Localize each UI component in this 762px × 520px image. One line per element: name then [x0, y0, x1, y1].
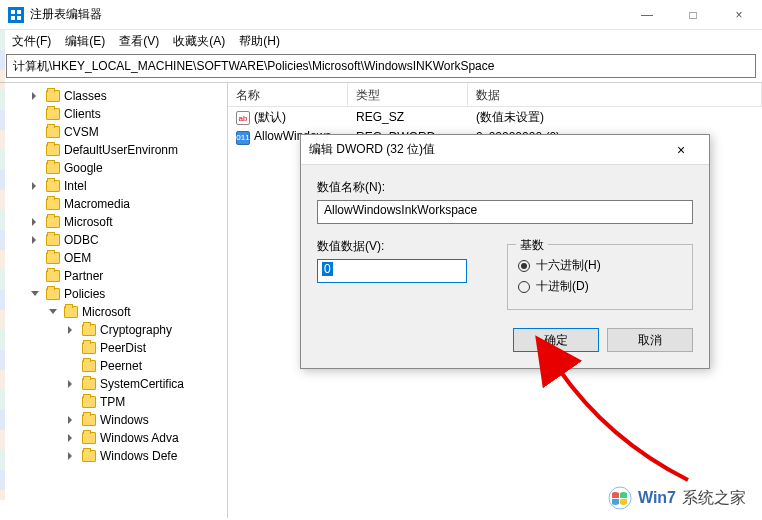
tree-item-policies[interactable]: Policies [46, 285, 227, 303]
folder-icon [46, 162, 60, 174]
folder-icon [82, 396, 96, 408]
value-data-label: 数值数据(V): [317, 238, 477, 255]
col-type[interactable]: 类型 [348, 83, 468, 106]
tree-item[interactable]: Windows Defe [82, 447, 227, 465]
tree-item[interactable]: OEM [46, 249, 227, 267]
tree-item[interactable]: Windows Adva [82, 429, 227, 447]
folder-icon [46, 216, 60, 228]
dialog-close-button[interactable]: × [661, 142, 701, 158]
tree-item[interactable]: Clients [46, 105, 227, 123]
tree-item[interactable]: Macromedia [46, 195, 227, 213]
value-name-input[interactable]: AllowWindowsInkWorkspace [317, 200, 693, 224]
folder-icon [46, 252, 60, 264]
address-text: 计算机\HKEY_LOCAL_MACHINE\SOFTWARE\Policies… [13, 58, 494, 75]
dialog-title: 编辑 DWORD (32 位)值 [309, 141, 661, 158]
radio-icon [518, 260, 530, 272]
tree-pane[interactable]: Classes Clients CVSM DefaultUserEnvironm… [0, 83, 228, 518]
folder-icon [64, 306, 78, 318]
window-title: 注册表编辑器 [30, 6, 624, 23]
value-data-input[interactable]: 0 [317, 259, 467, 283]
folder-icon [46, 234, 60, 246]
dialog-titlebar[interactable]: 编辑 DWORD (32 位)值 × [301, 135, 709, 165]
tree-item[interactable]: DefaultUserEnvironm [46, 141, 227, 159]
menu-help[interactable]: 帮助(H) [233, 31, 286, 52]
radio-icon [518, 281, 530, 293]
folder-icon [82, 378, 96, 390]
folder-icon [82, 324, 96, 336]
edit-dword-dialog: 编辑 DWORD (32 位)值 × 数值名称(N): AllowWindows… [300, 134, 710, 369]
svg-rect-3 [17, 16, 21, 20]
tree-item[interactable]: Partner [46, 267, 227, 285]
dword-value-icon: 011 [236, 131, 250, 145]
tree-item[interactable]: Intel [46, 177, 227, 195]
string-value-icon: ab [236, 111, 250, 125]
tree-item[interactable]: ODBC [46, 231, 227, 249]
folder-icon [46, 270, 60, 282]
tree-item[interactable]: Microsoft [46, 213, 227, 231]
minimize-button[interactable]: — [624, 0, 670, 30]
menu-file[interactable]: 文件(F) [6, 31, 57, 52]
regedit-icon [8, 7, 24, 23]
radio-dec[interactable]: 十进制(D) [518, 278, 682, 295]
tree-item[interactable]: Google [46, 159, 227, 177]
folder-icon [46, 198, 60, 210]
tree-item[interactable]: Windows [82, 411, 227, 429]
maximize-button[interactable]: □ [670, 0, 716, 30]
base-legend: 基数 [516, 237, 548, 254]
svg-rect-1 [17, 10, 21, 14]
col-data[interactable]: 数据 [468, 83, 762, 106]
base-groupbox: 基数 十六进制(H) 十进制(D) [507, 244, 693, 310]
list-header: 名称 类型 数据 [228, 83, 762, 107]
address-bar[interactable]: 计算机\HKEY_LOCAL_MACHINE\SOFTWARE\Policies… [6, 54, 756, 78]
value-name-label: 数值名称(N): [317, 179, 693, 196]
watermark: Win7系统之家 [608, 486, 746, 510]
tree-item[interactable]: PeerDist [82, 339, 227, 357]
folder-icon [82, 432, 96, 444]
folder-icon [46, 144, 60, 156]
tree-item[interactable]: Peernet [82, 357, 227, 375]
tree-item[interactable]: SystemCertifica [82, 375, 227, 393]
tree-item-microsoft[interactable]: Microsoft [64, 303, 227, 321]
close-button[interactable]: × [716, 0, 762, 30]
tree-item[interactable]: TPM [82, 393, 227, 411]
ok-button[interactable]: 确定 [513, 328, 599, 352]
svg-rect-2 [11, 16, 15, 20]
folder-icon [82, 414, 96, 426]
menu-edit[interactable]: 编辑(E) [59, 31, 111, 52]
folder-icon [46, 108, 60, 120]
menubar: 文件(F) 编辑(E) 查看(V) 收藏夹(A) 帮助(H) [0, 30, 762, 52]
watermark-text-a: Win7 [638, 489, 676, 507]
folder-icon [82, 342, 96, 354]
svg-rect-0 [11, 10, 15, 14]
menu-view[interactable]: 查看(V) [113, 31, 165, 52]
col-name[interactable]: 名称 [228, 83, 348, 106]
folder-icon [46, 180, 60, 192]
radio-hex[interactable]: 十六进制(H) [518, 257, 682, 274]
folder-icon [46, 288, 60, 300]
folder-icon [46, 90, 60, 102]
watermark-text-b: 系统之家 [682, 488, 746, 509]
windows-logo-icon [608, 486, 632, 510]
folder-icon [46, 126, 60, 138]
tree-item[interactable]: CVSM [46, 123, 227, 141]
menu-favorites[interactable]: 收藏夹(A) [167, 31, 231, 52]
window-titlebar: 注册表编辑器 — □ × [0, 0, 762, 30]
folder-icon [82, 360, 96, 372]
cancel-button[interactable]: 取消 [607, 328, 693, 352]
decorative-strip [0, 30, 5, 500]
folder-icon [82, 450, 96, 462]
tree-item[interactable]: Classes [46, 87, 227, 105]
list-row[interactable]: ab(默认) REG_SZ (数值未设置) [228, 107, 762, 127]
tree-item[interactable]: Cryptography [82, 321, 227, 339]
